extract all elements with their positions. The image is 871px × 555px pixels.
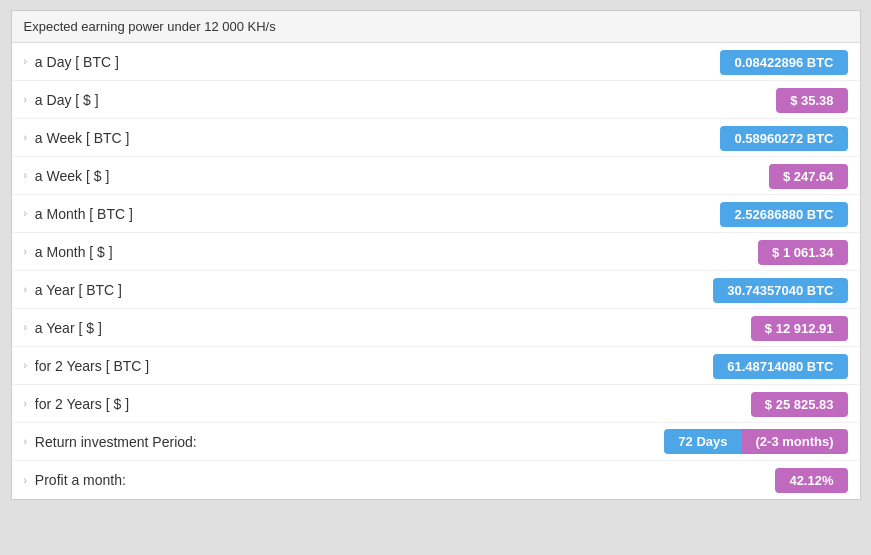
chevron-icon: ›: [24, 208, 27, 219]
row-label-text: a Day [ BTC ]: [35, 54, 119, 70]
chevron-icon: ›: [24, 436, 27, 447]
badge-value: 61.48714080 BTC: [713, 354, 847, 379]
row-label-text: for 2 Years [ BTC ]: [35, 358, 149, 374]
row-label-text: Profit a month:: [35, 472, 126, 488]
badge-value: 2.52686880 BTC: [720, 202, 847, 227]
table-row: ›Return investment Period:72 Days (2-3 m…: [12, 423, 860, 461]
row-label-text: a Month [ BTC ]: [35, 206, 133, 222]
row-value: $ 35.38: [776, 92, 847, 108]
badge-months: (2-3 months): [742, 429, 848, 454]
header-text: Expected earning power under 12 000 KH/s: [24, 19, 276, 34]
row-label: ›a Week [ BTC ]: [24, 130, 130, 146]
row-label-text: Return investment Period:: [35, 434, 197, 450]
row-value: $ 12 912.91: [751, 320, 848, 336]
chevron-icon: ›: [24, 322, 27, 333]
header-title: Expected earning power under 12 000 KH/s: [12, 11, 860, 43]
table-row: ›a Week [ BTC ]0.58960272 BTC: [12, 119, 860, 157]
row-label: ›a Day [ BTC ]: [24, 54, 119, 70]
chevron-icon: ›: [24, 284, 27, 295]
table-row: ›a Month [ BTC ]2.52686880 BTC: [12, 195, 860, 233]
table-row: ›for 2 Years [ BTC ]61.48714080 BTC: [12, 347, 860, 385]
row-label-text: for 2 Years [ $ ]: [35, 396, 129, 412]
row-value: 0.58960272 BTC: [720, 130, 847, 146]
row-label-text: a Week [ $ ]: [35, 168, 109, 184]
row-label: ›for 2 Years [ $ ]: [24, 396, 130, 412]
row-value: 61.48714080 BTC: [713, 358, 847, 374]
row-label: ›a Year [ BTC ]: [24, 282, 123, 298]
row-value: $ 247.64: [769, 168, 848, 184]
row-label-text: a Week [ BTC ]: [35, 130, 130, 146]
chevron-icon: ›: [24, 170, 27, 181]
row-value: $ 1 061.34: [758, 244, 847, 260]
table-row: ›Profit a month:42.12%: [12, 461, 860, 499]
badge-combined: 72 Days (2-3 months): [664, 429, 847, 454]
row-value: 0.08422896 BTC: [720, 54, 847, 70]
row-label: ›a Year [ $ ]: [24, 320, 102, 336]
badge-value: 0.08422896 BTC: [720, 50, 847, 75]
table-row: ›a Week [ $ ]$ 247.64: [12, 157, 860, 195]
chevron-icon: ›: [24, 475, 27, 486]
table-row: ›for 2 Years [ $ ]$ 25 825.83: [12, 385, 860, 423]
row-label-text: a Day [ $ ]: [35, 92, 99, 108]
row-label: ›Profit a month:: [24, 472, 126, 488]
main-container: Expected earning power under 12 000 KH/s…: [11, 10, 861, 500]
chevron-icon: ›: [24, 246, 27, 257]
row-label: ›a Day [ $ ]: [24, 92, 99, 108]
table-row: ›a Month [ $ ]$ 1 061.34: [12, 233, 860, 271]
row-label-text: a Year [ BTC ]: [35, 282, 122, 298]
row-value: 2.52686880 BTC: [720, 206, 847, 222]
badge-value: $ 25 825.83: [751, 392, 848, 417]
table-row: ›a Year [ $ ]$ 12 912.91: [12, 309, 860, 347]
row-label-text: a Year [ $ ]: [35, 320, 102, 336]
row-value: 42.12%: [775, 472, 847, 488]
row-label: ›Return investment Period:: [24, 434, 197, 450]
chevron-icon: ›: [24, 398, 27, 409]
row-value: $ 25 825.83: [751, 396, 848, 412]
badge-value: 30.74357040 BTC: [713, 278, 847, 303]
badge-value: 0.58960272 BTC: [720, 126, 847, 151]
table-row: ›a Year [ BTC ]30.74357040 BTC: [12, 271, 860, 309]
chevron-icon: ›: [24, 94, 27, 105]
badge-value: $ 12 912.91: [751, 316, 848, 341]
row-value: 30.74357040 BTC: [713, 282, 847, 298]
row-value: 72 Days (2-3 months): [664, 429, 847, 454]
badge-value: $ 35.38: [776, 88, 847, 113]
row-label: ›a Week [ $ ]: [24, 168, 110, 184]
chevron-icon: ›: [24, 360, 27, 371]
row-label: ›a Month [ $ ]: [24, 244, 113, 260]
badge-days: 72 Days: [664, 429, 741, 454]
row-label: ›a Month [ BTC ]: [24, 206, 133, 222]
badge-value: 42.12%: [775, 468, 847, 493]
table-row: ›a Day [ BTC ]0.08422896 BTC: [12, 43, 860, 81]
chevron-icon: ›: [24, 56, 27, 67]
chevron-icon: ›: [24, 132, 27, 143]
row-label-text: a Month [ $ ]: [35, 244, 113, 260]
table-row: ›a Day [ $ ]$ 35.38: [12, 81, 860, 119]
badge-value: $ 247.64: [769, 164, 848, 189]
row-label: ›for 2 Years [ BTC ]: [24, 358, 150, 374]
badge-value: $ 1 061.34: [758, 240, 847, 265]
